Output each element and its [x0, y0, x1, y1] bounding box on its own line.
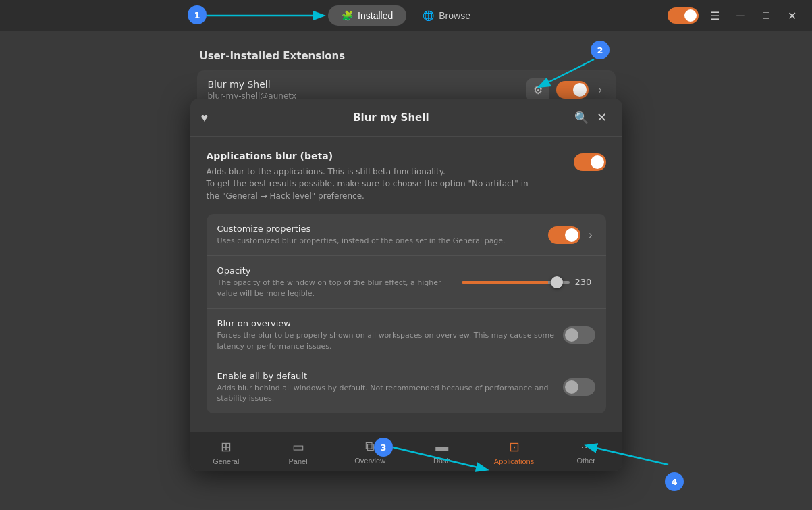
opacity-slider-track[interactable]: [462, 281, 570, 284]
opacity-value: 230: [575, 277, 595, 287]
titlebar-controls: ☰ ─ □ ✕: [668, 6, 801, 25]
tab-browse[interactable]: 🌐 Browse: [409, 5, 484, 26]
other-label: Other: [576, 457, 595, 465]
dialog-body: Applications blur (beta) Adds blur to th…: [190, 137, 622, 427]
general-label: General: [213, 457, 239, 465]
applications-icon: ⊡: [509, 439, 520, 455]
applications-blur-toggle[interactable]: [574, 153, 606, 171]
dash-icon: ▬: [435, 439, 448, 454]
customize-properties-control: ›: [548, 226, 595, 244]
installed-label: Installed: [358, 10, 393, 21]
nav-general[interactable]: ⊞ General: [190, 432, 263, 471]
step-badge-4: 4: [665, 472, 684, 491]
favorite-button[interactable]: ♥: [201, 111, 209, 125]
overview-label: Overview: [354, 457, 385, 465]
panel-icon: ▭: [292, 439, 304, 455]
dialog-title: Blur my Shell: [208, 111, 574, 124]
menu-button[interactable]: ☰: [705, 6, 724, 25]
nav-applications[interactable]: ⊡ Applications: [478, 432, 550, 471]
applications-blur-info: Applications blur (beta) Adds blur to th…: [207, 151, 574, 202]
blur-on-overview-toggle[interactable]: [563, 326, 595, 344]
browse-icon: 🌐: [423, 10, 434, 21]
dialog-search-button[interactable]: 🔍: [574, 111, 589, 125]
nav-other[interactable]: ··· Other: [550, 432, 622, 471]
titlebar: 🧩 Installed 🌐 Browse ☰ ─ □ ✕: [0, 0, 812, 31]
tab-installed[interactable]: 🧩 Installed: [328, 5, 406, 26]
dialog-close-button[interactable]: ✕: [593, 108, 612, 127]
dialog-header: ♥ Blur my Shell 🔍 ✕: [190, 99, 622, 137]
customize-properties-expand[interactable]: ›: [586, 226, 595, 244]
customize-properties-toggle[interactable]: [548, 226, 580, 244]
blur-on-overview-desc: Forces the blur to be properly shown on …: [217, 330, 555, 351]
extension-toggle[interactable]: [556, 81, 589, 99]
installed-icon: 🧩: [342, 10, 353, 21]
applications-blur-desc: Adds blur to the applications. This is s…: [207, 165, 531, 202]
nav-panel[interactable]: ▭ Panel: [262, 432, 334, 471]
step-badge-3: 3: [374, 438, 393, 457]
browse-label: Browse: [439, 10, 470, 21]
applications-blur-toggle-container: [574, 153, 606, 171]
extension-name: Blur my Shell: [208, 79, 520, 90]
opacity-title: Opacity: [217, 265, 454, 276]
panel-label: Panel: [288, 457, 307, 465]
blur-on-overview-row: Blur on overview Forces the blur to be p…: [207, 309, 606, 361]
enable-all-desc: Adds blur behind all windows by default.…: [217, 383, 555, 404]
applications-label: Applications: [494, 457, 534, 465]
blur-my-shell-dialog: ♥ Blur my Shell 🔍 ✕ Applications blur (b…: [190, 99, 622, 471]
opacity-control: 230: [462, 277, 595, 287]
customize-properties-info: Customize properties Uses customized blu…: [217, 224, 541, 246]
applications-blur-title: Applications blur (beta): [207, 151, 574, 161]
blur-on-overview-title: Blur on overview: [217, 318, 555, 328]
extensions-section-title: User-Installed Extensions: [197, 50, 616, 62]
opacity-slider-thumb[interactable]: [551, 276, 563, 288]
customize-properties-row: Customize properties Uses customized blu…: [207, 214, 606, 256]
enable-all-info: Enable all by default Adds blur behind a…: [217, 371, 555, 404]
enable-all-title: Enable all by default: [217, 371, 555, 381]
opacity-slider-container: 230: [462, 277, 595, 287]
extension-settings-button[interactable]: ⚙: [526, 78, 549, 101]
blur-on-overview-control: [563, 326, 595, 344]
extension-expand-button[interactable]: ›: [595, 81, 604, 99]
nav-dash[interactable]: ▬ Dash: [406, 432, 479, 471]
titlebar-tabs: 🧩 Installed 🌐 Browse: [328, 5, 484, 26]
opacity-desc: The opacity of the window on top of the …: [217, 278, 454, 299]
enable-all-toggle[interactable]: [563, 378, 595, 396]
customize-properties-desc: Uses customized blur properties, instead…: [217, 236, 541, 246]
step-badge-2: 2: [591, 41, 610, 59]
main-content: User-Installed Extensions Blur my Shell …: [0, 31, 812, 109]
applications-blur-section: Applications blur (beta) Adds blur to th…: [207, 151, 606, 202]
bottom-nav: ⊞ General ▭ Panel ⧉ Overview ▬ Dash ⊡ Ap…: [190, 432, 622, 471]
general-icon: ⊞: [221, 439, 232, 455]
opacity-row: Opacity The opacity of the window on top…: [207, 256, 606, 309]
enable-all-row: Enable all by default Adds blur behind a…: [207, 361, 606, 413]
minimize-button[interactable]: ─: [731, 6, 750, 25]
opacity-info: Opacity The opacity of the window on top…: [217, 265, 454, 299]
blur-on-overview-info: Blur on overview Forces the blur to be p…: [217, 318, 555, 351]
customize-properties-title: Customize properties: [217, 224, 541, 234]
window-toggle[interactable]: [668, 7, 699, 24]
dash-label: Dash: [433, 457, 451, 465]
enable-all-control: [563, 378, 595, 396]
extension-info: Blur my Shell blur-my-shell@aunetx: [208, 79, 520, 101]
other-icon: ···: [580, 439, 591, 454]
settings-card: Customize properties Uses customized blu…: [207, 214, 606, 413]
nav-overview[interactable]: ⧉ Overview: [334, 432, 406, 471]
maximize-button[interactable]: □: [757, 6, 776, 25]
step-badge-1: 1: [188, 5, 207, 24]
close-button[interactable]: ✕: [782, 6, 801, 25]
